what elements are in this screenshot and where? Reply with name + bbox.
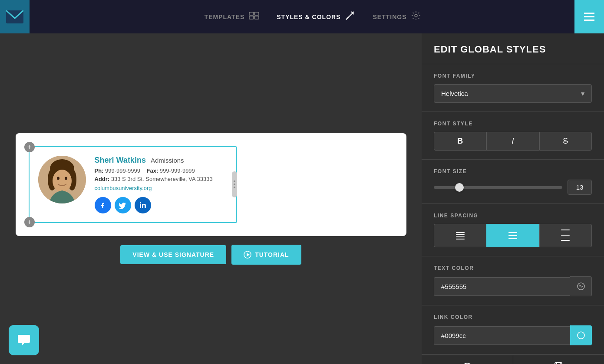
text-color-row	[434, 276, 592, 296]
nav-styles-colors[interactable]: STYLES & COLORS	[277, 10, 355, 23]
social-icons	[95, 197, 228, 213]
signature-info: Sheri Watkins Admissions Ph: 999-999-999…	[95, 156, 228, 213]
phone-line: Ph: 999-999-9999 Fax: 999-999-9999	[95, 167, 228, 174]
drag-handle[interactable]	[232, 171, 237, 197]
save-button[interactable]: SAVE	[513, 354, 604, 364]
link-color-section: LINK COLOR	[422, 305, 604, 354]
nav-templates[interactable]: TEMPLATES	[205, 12, 260, 22]
font-size-slider[interactable]	[434, 186, 562, 189]
strikethrough-button[interactable]: S	[539, 132, 592, 151]
compact-lines-icon	[456, 232, 465, 239]
chat-icon	[17, 333, 31, 347]
medium-lines-icon	[508, 232, 517, 239]
bottom-action-bar: PREVIEW SAVE	[422, 354, 604, 364]
svg-point-17	[140, 202, 141, 203]
chat-bubble-button[interactable]	[9, 325, 39, 355]
text-color-input[interactable]	[434, 277, 570, 296]
nav-items: TEMPLATES STYLES & COLORS	[205, 10, 421, 23]
line-spacing-wide-button[interactable]	[539, 224, 592, 247]
svg-marker-19	[247, 253, 250, 256]
panel-title: EDIT GLOBAL STYLES	[434, 44, 592, 55]
left-panel: +	[0, 33, 422, 364]
font-size-input[interactable]	[568, 180, 592, 195]
templates-icon	[249, 12, 259, 22]
link-color-picker-icon	[577, 331, 585, 340]
svg-rect-2	[254, 12, 259, 15]
nav-settings[interactable]: SETTINGS	[373, 11, 420, 23]
facebook-icon[interactable]	[95, 197, 111, 213]
font-style-label: FONT STYLE	[434, 121, 592, 127]
italic-button[interactable]: I	[486, 132, 539, 151]
top-navigation: TEMPLATES STYLES & COLORS	[0, 0, 604, 33]
fax-label: Fax:	[147, 167, 158, 174]
styles-icon	[345, 10, 355, 23]
font-family-dropdown-wrapper: Helvetica Arial Georgia Times New Roman …	[434, 84, 592, 103]
linkedin-icon[interactable]	[135, 197, 151, 213]
font-size-section: FONT SIZE	[422, 160, 604, 204]
hamburger-button[interactable]	[574, 0, 604, 33]
font-size-label: FONT SIZE	[434, 168, 592, 174]
add-section-bottom-button[interactable]: +	[24, 217, 35, 227]
text-color-section: TEXT COLOR	[422, 256, 604, 305]
font-style-buttons: B I S	[434, 132, 592, 151]
text-color-picker-button[interactable]	[570, 276, 592, 296]
last-name: Watkins	[116, 156, 146, 164]
signature-box: +	[29, 146, 237, 223]
svg-point-7	[415, 14, 417, 17]
color-picker-icon	[577, 282, 585, 291]
play-icon	[244, 251, 251, 259]
tutorial-button[interactable]: TUTORIAL	[231, 245, 301, 265]
text-color-label: TEXT COLOR	[434, 265, 592, 271]
avatar	[38, 156, 86, 203]
bottom-buttons: VIEW & USE SIGNATURE TUTORIAL	[120, 245, 301, 265]
address-line: Addr: 333 S 3rd St. Somewhereville, VA 3…	[95, 176, 228, 182]
address-value: 333 S 3rd St. Somewhereville, VA 33333	[111, 176, 213, 182]
settings-label: SETTINGS	[373, 13, 406, 20]
styles-colors-label: STYLES & COLORS	[277, 13, 340, 20]
avatar-image	[38, 156, 86, 203]
main-area: +	[0, 33, 604, 364]
website-link[interactable]: columbusuniversity.org	[95, 185, 152, 191]
save-icon	[554, 361, 563, 364]
signature-content: Sheri Watkins Admissions Ph: 999-999-999…	[38, 156, 228, 213]
font-family-select[interactable]: Helvetica Arial Georgia Times New Roman …	[434, 84, 592, 103]
line-spacing-compact-button[interactable]	[434, 224, 486, 247]
right-panel-header: EDIT GLOBAL STYLES	[422, 33, 604, 64]
job-title: Admissions	[151, 157, 184, 164]
logo[interactable]	[0, 0, 30, 33]
preview-icon	[462, 361, 472, 364]
svg-point-14	[65, 177, 67, 180]
twitter-icon[interactable]	[115, 197, 131, 213]
view-use-signature-button[interactable]: VIEW & USE SIGNATURE	[120, 245, 226, 264]
svg-rect-16	[140, 204, 141, 208]
fax-value: 999-999-9999	[160, 167, 195, 174]
svg-point-21	[578, 332, 584, 339]
font-family-section: FONT FAMILY Helvetica Arial Georgia Time…	[422, 64, 604, 112]
first-name: Sheri	[95, 156, 114, 164]
line-spacing-label: LINE SPACING	[434, 213, 592, 219]
templates-label: TEMPLATES	[205, 13, 245, 20]
preview-button[interactable]: PREVIEW	[422, 354, 513, 364]
add-section-top-button[interactable]: +	[24, 142, 35, 152]
settings-icon	[411, 11, 421, 23]
logo-icon	[6, 10, 23, 23]
link-color-row	[434, 325, 592, 345]
font-style-section: FONT STYLE B I S	[422, 112, 604, 160]
phone-value: 999-999-9999	[105, 167, 140, 174]
line-spacing-medium-button[interactable]	[486, 224, 539, 247]
phone-label: Ph:	[95, 167, 104, 174]
link-color-picker-button[interactable]	[570, 325, 592, 345]
svg-rect-3	[249, 16, 254, 19]
svg-rect-4	[254, 16, 259, 19]
signature-name: Sheri Watkins Admissions	[95, 156, 228, 165]
link-color-input[interactable]	[434, 326, 570, 345]
font-size-row	[434, 180, 592, 195]
svg-rect-1	[249, 12, 254, 15]
link-color-label: LINK COLOR	[434, 314, 592, 320]
svg-point-12	[53, 170, 72, 192]
font-family-label: FONT FAMILY	[434, 73, 592, 79]
right-panel: EDIT GLOBAL STYLES FONT FAMILY Helvetica…	[422, 33, 604, 364]
tutorial-label: TUTORIAL	[255, 251, 289, 258]
bold-button[interactable]: B	[434, 132, 486, 151]
wide-lines-icon	[561, 230, 570, 242]
